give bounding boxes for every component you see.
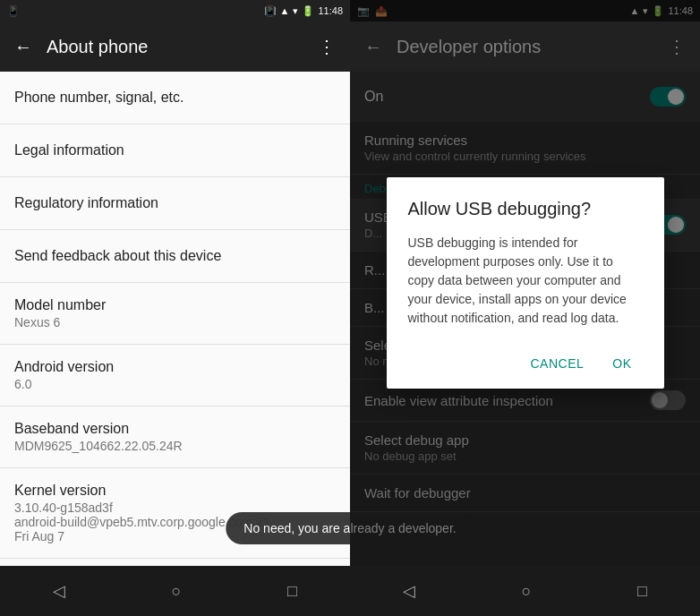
- usb-debugging-dialog: Allow USB debugging? USB debugging is in…: [387, 177, 664, 389]
- list-item-primary: Baseband version: [14, 421, 336, 437]
- dialog-ok-button[interactable]: OK: [602, 349, 642, 378]
- dialog-body: USB debugging is intended for developmen…: [408, 234, 643, 328]
- notification-icon: 📱: [7, 5, 20, 17]
- list-item-primary: Send feedback about this device: [14, 248, 336, 264]
- list-item-primary: Legal information: [14, 142, 336, 158]
- right-panel: 📷 📤 ▲ ▾ 🔋 11:48 ← Developer options ⋮ On…: [350, 0, 700, 616]
- model-number-item[interactable]: Model number Nexus 6: [0, 283, 350, 345]
- right-back-nav-button[interactable]: ◁: [381, 574, 437, 608]
- list-item-primary: Regulatory information: [14, 195, 336, 211]
- send-feedback-item[interactable]: Send feedback about this device: [0, 230, 350, 283]
- list-item[interactable]: Legal information: [0, 124, 350, 177]
- list-item-secondary: MDM9625_104662.22.05.24R: [14, 439, 336, 453]
- list-item-secondary: Nexus 6: [14, 315, 336, 329]
- list-item-secondary: 6.0: [14, 377, 336, 391]
- recent-nav-button[interactable]: □: [266, 575, 319, 608]
- home-nav-button[interactable]: ○: [150, 575, 203, 608]
- right-home-nav-button[interactable]: ○: [500, 575, 553, 608]
- android-version-item[interactable]: Android version 6.0: [0, 345, 350, 406]
- battery-icon: 🔋: [302, 5, 314, 17]
- left-bottom-nav: ◁ ○ □: [0, 566, 350, 616]
- list-item-primary: Phone number, signal, etc.: [14, 90, 336, 106]
- left-time: 11:48: [318, 5, 343, 16]
- dialog-actions: CANCEL OK: [408, 342, 643, 381]
- right-bottom-nav: ◁ ○ □: [350, 566, 700, 616]
- list-item-primary: Android version: [14, 359, 336, 375]
- about-phone-list: Phone number, signal, etc. Legal informa…: [0, 72, 350, 566]
- right-recent-nav-button[interactable]: □: [616, 575, 669, 608]
- vibrate-icon: 📳: [264, 5, 277, 17]
- left-app-bar: ← About phone ⋮: [0, 21, 350, 72]
- list-item-primary: Model number: [14, 297, 336, 313]
- build-number-item[interactable]: Build number MPA44I: [0, 559, 350, 566]
- left-status-bar: 📱 📳 ▲ ▾ 🔋 11:48: [0, 0, 350, 21]
- baseband-version-item[interactable]: Baseband version MDM9625_104662.22.05.24…: [0, 406, 350, 468]
- back-nav-button[interactable]: ◁: [31, 574, 87, 608]
- left-app-title: About phone: [47, 37, 303, 57]
- list-item-primary: Kernel version: [14, 483, 336, 499]
- left-more-button[interactable]: ⋮: [318, 36, 336, 57]
- dialog-cancel-button[interactable]: CANCEL: [519, 349, 594, 378]
- wifi-icon: ▾: [293, 5, 298, 17]
- left-status-right: 📳 ▲ ▾ 🔋 11:48: [264, 5, 343, 17]
- list-item[interactable]: Phone number, signal, etc.: [0, 72, 350, 124]
- dialog-overlay: Allow USB debugging? USB debugging is in…: [350, 0, 700, 566]
- dialog-title: Allow USB debugging?: [408, 199, 643, 219]
- left-status-icons: 📱: [7, 5, 20, 17]
- toast-message: No need, you are already a developer.: [226, 512, 350, 544]
- left-panel: 📱 📳 ▲ ▾ 🔋 11:48 ← About phone ⋮ Phone nu…: [0, 0, 350, 616]
- left-back-button[interactable]: ←: [14, 37, 32, 57]
- regulatory-information-item[interactable]: Regulatory information: [0, 177, 350, 230]
- signal-icon: ▲: [280, 5, 290, 16]
